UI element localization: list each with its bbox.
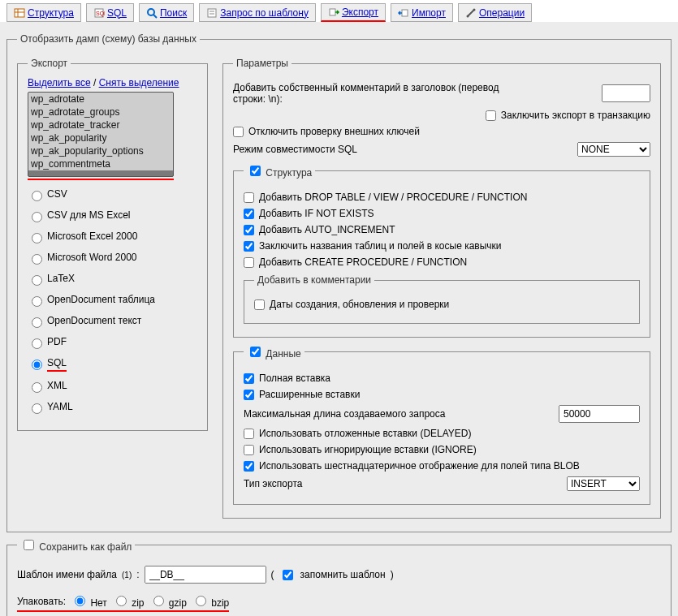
tab-export[interactable]: Экспорт: [321, 3, 386, 22]
disable-fk-checkbox[interactable]: [233, 127, 244, 137]
wrap-transaction-label: Заключить экспорт в транзакцию: [501, 110, 650, 121]
tab-label: Операции: [479, 7, 525, 19]
export-legend: Экспорт: [28, 58, 71, 69]
data-legend: Данные: [244, 344, 304, 360]
format-odt-text[interactable]: OpenDocument текст: [28, 315, 197, 328]
export-icon: [328, 6, 339, 18]
template-label: Шаблон имени файла: [17, 569, 117, 580]
tab-sql[interactable]: SQL SQL: [86, 3, 134, 22]
format-csv[interactable]: CSV: [28, 188, 197, 201]
top-tabs: Структура SQL SQL Поиск Запрос по шаблон…: [0, 0, 678, 22]
format-csv-excel[interactable]: CSV для MS Excel: [28, 209, 197, 222]
format-latex[interactable]: LaTeX: [28, 273, 197, 286]
tab-search[interactable]: Поиск: [139, 3, 194, 22]
tab-label: Импорт: [412, 7, 446, 19]
params-fieldset: Параметры Добавить собственный комментар…: [222, 58, 661, 519]
tab-import[interactable]: Импорт: [391, 3, 453, 22]
pack-gzip[interactable]: gzip: [149, 593, 187, 609]
disable-fk-label: Отключить проверку внешних ключей: [248, 126, 420, 137]
sql-icon: SQL: [93, 7, 105, 19]
data-toggle[interactable]: [250, 347, 261, 357]
select-links: Выделить все / Снять выделение: [28, 77, 197, 88]
svg-point-13: [473, 8, 475, 11]
tab-label: Поиск: [160, 7, 187, 19]
backquotes-checkbox[interactable]: [244, 241, 254, 252]
structure-fieldset: Структура Добавить DROP TABLE / VIEW / P…: [233, 163, 650, 338]
search-icon: [146, 7, 158, 19]
maxlen-input[interactable]: [559, 405, 640, 423]
compat-label: Режим совместимости SQL: [233, 144, 357, 155]
svg-rect-11: [402, 10, 408, 16]
svg-rect-7: [208, 9, 216, 17]
header-comment-label: Добавить собственный комментарий в загол…: [233, 82, 525, 105]
dump-legend: Отобразить дамп (схему) базы данных: [17, 33, 200, 45]
header-comment-input[interactable]: [602, 84, 650, 102]
table-option: wp_ak_popularity_options: [28, 144, 173, 157]
template-sup: (1): [122, 571, 132, 579]
filename-template-input[interactable]: [145, 566, 266, 584]
pack-none[interactable]: Нет: [71, 593, 107, 609]
format-list: CSV CSV для MS Excel Microsoft Excel 200…: [28, 188, 197, 414]
tab-label: Экспорт: [342, 6, 378, 18]
tab-template-query[interactable]: Запрос по шаблону: [199, 3, 316, 22]
hexblob-checkbox[interactable]: [244, 461, 254, 472]
ignore-checkbox[interactable]: [244, 445, 254, 455]
dates-checkbox[interactable]: [254, 299, 265, 310]
pack-bzip[interactable]: bzip: [192, 593, 229, 609]
delayed-checkbox[interactable]: [244, 429, 254, 439]
compat-select[interactable]: NONE: [577, 142, 650, 157]
extended-insert-checkbox[interactable]: [244, 390, 254, 400]
export-fieldset: Экспорт Выделить все / Снять выделение w…: [17, 58, 208, 431]
structure-toggle[interactable]: [250, 166, 261, 176]
table-option: wp_adrotate_tracker: [28, 118, 173, 131]
separator: /: [93, 77, 96, 88]
comments-legend: Добавить в комментарии: [254, 274, 374, 286]
format-yaml[interactable]: YAML: [28, 401, 197, 414]
close-paren: ): [391, 569, 394, 580]
select-all-link[interactable]: Выделить все: [28, 77, 91, 88]
save-as-file-checkbox[interactable]: [24, 540, 34, 550]
table-list[interactable]: wp_adrotate wp_adrotate_groups wp_adrota…: [28, 92, 174, 177]
save-legend: Сохранить как файл: [17, 537, 135, 553]
deselect-link[interactable]: Снять выделение: [99, 77, 179, 88]
drop-checkbox[interactable]: [244, 192, 254, 203]
pack-zip[interactable]: zip: [112, 593, 145, 609]
format-xml[interactable]: XML: [28, 380, 197, 393]
table-option: wp_ak_popularity: [28, 131, 173, 144]
tab-label: SQL: [107, 7, 127, 19]
tools-icon: [465, 7, 477, 19]
export-type-select[interactable]: INSERT: [567, 476, 640, 491]
save-fieldset: Сохранить как файл Шаблон имени файла (1…: [6, 537, 672, 616]
tab-structure[interactable]: Структура: [6, 3, 81, 22]
open-paren: (: [271, 569, 274, 580]
remember-label: запомнить шаблон: [300, 569, 386, 580]
ifnotexists-checkbox[interactable]: [244, 209, 254, 219]
maxlen-label: Максимальная длина создаваемого запроса: [244, 408, 445, 420]
autoinc-checkbox[interactable]: [244, 225, 254, 235]
format-excel2000[interactable]: Microsoft Excel 2000: [28, 230, 197, 243]
format-odt-table[interactable]: OpenDocument таблица: [28, 294, 197, 307]
template-icon: [206, 7, 218, 19]
svg-rect-0: [15, 9, 24, 17]
wrap-transaction-checkbox[interactable]: [486, 110, 496, 121]
tab-operations[interactable]: Операции: [458, 3, 532, 22]
svg-rect-10: [330, 9, 335, 15]
tab-label: Структура: [28, 7, 74, 19]
pack-label: Упаковать:: [17, 596, 66, 607]
table-option: wp_commentmeta: [28, 157, 173, 170]
format-pdf[interactable]: PDF: [28, 336, 197, 349]
comments-fieldset: Добавить в комментарии Даты создания, об…: [244, 274, 640, 324]
svg-point-12: [466, 15, 469, 17]
params-legend: Параметры: [233, 58, 291, 69]
createproc-checkbox[interactable]: [244, 257, 254, 268]
full-insert-checkbox[interactable]: [244, 373, 254, 384]
dump-fieldset: Отобразить дамп (схему) базы данных Эксп…: [6, 33, 672, 532]
svg-line-6: [153, 15, 157, 18]
remember-template-checkbox[interactable]: [283, 570, 293, 580]
import-icon: [398, 7, 409, 19]
svg-text:SQL: SQL: [96, 11, 105, 17]
table-option: wp_adrotate: [28, 93, 173, 106]
table-option: wp_adrotate_groups: [28, 106, 173, 118]
format-word2000[interactable]: Microsoft Word 2000: [28, 252, 197, 265]
format-sql[interactable]: SQL: [28, 357, 197, 372]
